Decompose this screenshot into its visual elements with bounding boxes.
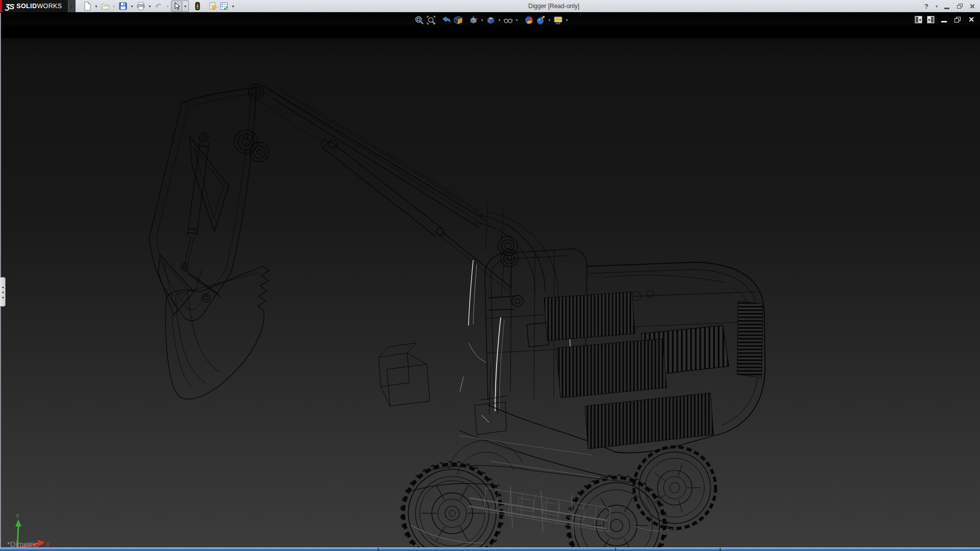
- title-bar: ƷS SOLIDWORKS ▸ ▾ ▾ ▾: [0, 0, 980, 12]
- zoom-to-fit-button[interactable]: [413, 14, 425, 26]
- solidworks-logo: ƷS SOLIDWORKS: [0, 0, 68, 12]
- wireframe-model-digger[interactable]: Y X Z: [0, 12, 980, 551]
- taskbar-separator: [378, 548, 379, 551]
- zoom-to-fit-icon: [414, 15, 424, 25]
- rebuild-button[interactable]: [192, 1, 203, 12]
- restore-icon: [954, 17, 961, 22]
- edit-appearance-button[interactable]: [523, 14, 535, 26]
- select-cursor-icon: [172, 2, 181, 11]
- help-button[interactable]: ?: [922, 2, 931, 11]
- windows-taskbar-edge[interactable]: [0, 547, 980, 551]
- expand-right-pane-button[interactable]: ▸: [927, 16, 935, 23]
- edit-appearance-icon: [524, 15, 534, 25]
- display-style-button[interactable]: [485, 14, 497, 26]
- new-document-dropdown[interactable]: ▾: [93, 1, 100, 12]
- open-button[interactable]: [100, 1, 111, 12]
- boom-group[interactable]: [234, 84, 558, 298]
- undo-dropdown[interactable]: ▾: [164, 1, 171, 12]
- minimize-icon: [941, 21, 947, 22]
- view-settings-dropdown[interactable]: ▾: [564, 18, 570, 22]
- hide-show-items-dropdown[interactable]: ▾: [514, 18, 520, 22]
- section-view-button[interactable]: [452, 14, 464, 26]
- app-close-button[interactable]: ✕: [968, 2, 977, 11]
- undo-icon: [154, 2, 163, 11]
- view-orientation-button[interactable]: [468, 14, 479, 26]
- app-minimize-button[interactable]: [942, 2, 951, 11]
- pane-half-icon: [916, 17, 918, 22]
- apply-scene-button[interactable]: [535, 14, 547, 26]
- featuremanager-collapsed-tab[interactable]: ◂ ◂ ◂: [0, 277, 6, 307]
- new-document-icon: [83, 2, 92, 11]
- zoom-to-area-icon: [426, 15, 436, 25]
- engine-body-group[interactable]: [408, 262, 765, 492]
- ds-logo-mark: ƷS: [5, 2, 14, 11]
- file-properties-button[interactable]: [207, 1, 218, 12]
- zoom-to-area-button[interactable]: [425, 14, 437, 26]
- menu-flyout-tab[interactable]: ▸: [68, 0, 76, 12]
- logo-accent-stripe: [0, 0, 2, 12]
- previous-view-button[interactable]: [440, 14, 452, 26]
- select-button[interactable]: [171, 1, 182, 12]
- front-steps-group[interactable]: [379, 343, 508, 435]
- document-restore-button[interactable]: [953, 15, 962, 24]
- graphics-viewport[interactable]: Y X Z: [0, 12, 980, 547]
- bucket-group[interactable]: [165, 266, 270, 399]
- help-dropdown[interactable]: ▾: [935, 2, 939, 11]
- pane-half-icon: [931, 17, 934, 22]
- save-floppy-icon: [118, 2, 128, 11]
- save-button[interactable]: [117, 1, 129, 12]
- view-orientation-dropdown[interactable]: ▾: [479, 18, 485, 22]
- view-orientation-icon: [469, 15, 478, 25]
- open-dropdown[interactable]: ▾: [111, 1, 117, 12]
- file-properties-icon: [208, 2, 217, 11]
- expand-left-pane-button[interactable]: ◂: [915, 16, 922, 23]
- heads-up-view-toolbar: ▾ ▾ ▾ ▾: [413, 14, 570, 26]
- display-style-icon: [486, 15, 496, 25]
- view-settings-icon: [553, 15, 563, 25]
- cab-highlight-edges: [460, 260, 573, 422]
- document-close-button[interactable]: ✕: [967, 15, 976, 24]
- restore-icon: [957, 4, 963, 9]
- print-button[interactable]: [135, 1, 146, 12]
- collapse-arrow-icon: ◂: [2, 285, 4, 289]
- open-folder-icon: [101, 2, 110, 11]
- undo-button[interactable]: [153, 1, 164, 12]
- svg-text:X: X: [46, 542, 50, 547]
- print-icon: [136, 2, 145, 11]
- section-view-icon: [453, 15, 463, 25]
- rebuild-traffic-light-icon: [193, 2, 202, 11]
- collapse-arrow-icon: ◂: [2, 290, 4, 294]
- hide-show-items-button[interactable]: [502, 14, 514, 26]
- apply-scene-icon: [536, 15, 546, 25]
- collapse-arrow-icon: ◂: [2, 295, 4, 299]
- options-list-icon: [219, 2, 229, 11]
- stick-arm-group[interactable]: [149, 88, 256, 321]
- new-document-button[interactable]: [82, 1, 93, 12]
- app-window-controls: ? ▾ ✕: [922, 0, 977, 12]
- taskbar-separator: [720, 548, 721, 551]
- hide-show-items-icon: [503, 15, 513, 25]
- wheels-group[interactable]: [401, 440, 716, 551]
- standard-toolbar: ▾ ▾ ▾ ▾: [82, 0, 236, 12]
- display-style-dropdown[interactable]: ▾: [497, 18, 502, 22]
- view-settings-button[interactable]: [552, 14, 564, 26]
- options-dropdown[interactable]: ▾: [230, 1, 236, 12]
- select-dropdown[interactable]: ▾: [182, 1, 189, 12]
- window-title: Digger [Read-only]: [503, 0, 605, 12]
- save-dropdown[interactable]: ▾: [129, 1, 135, 12]
- svg-text:Y: Y: [16, 514, 19, 519]
- previous-view-icon: [442, 15, 451, 25]
- app-restore-button[interactable]: [955, 2, 964, 11]
- taskbar-separator: [615, 548, 616, 551]
- minimize-icon: [944, 8, 949, 9]
- logo-wordmark: SOLIDWORKS: [16, 3, 62, 10]
- print-dropdown[interactable]: ▾: [146, 1, 153, 12]
- options-button[interactable]: [218, 1, 230, 12]
- document-window-controls: ◂ ▸ ✕: [915, 15, 976, 24]
- document-minimize-button[interactable]: [939, 15, 948, 24]
- apply-scene-dropdown[interactable]: ▾: [547, 18, 552, 22]
